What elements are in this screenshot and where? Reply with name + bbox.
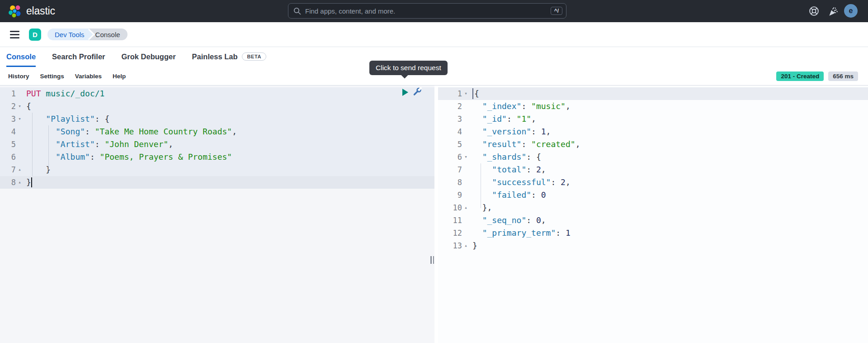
gutter: 3▾ bbox=[0, 113, 23, 125]
line-number: 2 bbox=[0, 100, 17, 113]
toolbar-link-settings[interactable]: Settings bbox=[40, 73, 64, 80]
status-badge: 201 - Created bbox=[776, 71, 824, 81]
fold-up-icon[interactable]: ▴ bbox=[463, 239, 469, 252]
request-code-line: "Album": "Poems, Prayers & Promises" bbox=[23, 151, 232, 163]
request-line-4[interactable]: 4 "Song": "Take Me Home Country Roads", bbox=[0, 125, 434, 138]
request-line-1[interactable]: 1PUT music/_doc/1 bbox=[0, 87, 434, 100]
line-number: 5 bbox=[438, 138, 463, 151]
toolbar-link-help[interactable]: Help bbox=[113, 73, 126, 80]
request-line-2[interactable]: 2▾{ bbox=[0, 100, 434, 113]
response-line-8[interactable]: 8 "successful": 2, bbox=[438, 176, 868, 189]
tab-label: Painless Lab bbox=[192, 52, 238, 61]
tooltip: Click to send request bbox=[369, 61, 448, 75]
wrench-icon bbox=[412, 87, 422, 97]
fold-up-icon[interactable]: ▴ bbox=[463, 201, 469, 214]
tab-label: Console bbox=[6, 52, 36, 61]
breadcrumb: Dev ToolsConsole bbox=[47, 29, 127, 40]
line-number: 1 bbox=[0, 87, 17, 100]
request-line-6[interactable]: 6 "Album": "Poems, Prayers & Promises" bbox=[0, 151, 434, 163]
response-line-7[interactable]: 7 "total": 2, bbox=[438, 163, 868, 176]
response-code-line: "_primary_term": 1 bbox=[469, 227, 571, 239]
response-line-10[interactable]: 10▴ }, bbox=[438, 201, 868, 214]
party-popper-icon bbox=[827, 5, 839, 17]
fold-spacer bbox=[463, 138, 469, 151]
menu-button[interactable] bbox=[10, 31, 19, 38]
response-line-3[interactable]: 3 "_id": "1", bbox=[438, 113, 868, 125]
request-code-line: "Playlist": { bbox=[23, 113, 109, 125]
fold-up-icon[interactable]: ▴ bbox=[17, 163, 23, 176]
response-badges: 201 - Created 656 ms bbox=[776, 71, 858, 81]
line-number: 6 bbox=[438, 151, 463, 163]
toolbar-links: HistorySettingsVariablesHelp bbox=[8, 73, 126, 80]
fold-down-icon[interactable]: ▾ bbox=[463, 151, 469, 163]
fold-down-icon[interactable]: ▾ bbox=[463, 87, 469, 100]
fold-spacer bbox=[17, 87, 23, 100]
fold-down-icon[interactable]: ▾ bbox=[17, 100, 23, 113]
line-number: 11 bbox=[438, 214, 463, 227]
fold-spacer bbox=[463, 189, 469, 201]
elastic-logo[interactable]: elastic bbox=[8, 5, 55, 18]
tab-label: Search Profiler bbox=[52, 52, 105, 61]
user-avatar[interactable]: e bbox=[844, 4, 858, 18]
gutter: 3 bbox=[438, 113, 469, 125]
breadcrumb-dev-tools[interactable]: Dev Tools bbox=[47, 29, 89, 40]
gutter: 1▾ bbox=[438, 87, 469, 100]
fold-spacer bbox=[463, 113, 469, 125]
response-editor[interactable]: 1▾{2 "_index": "music",3 "_id": "1",4 "_… bbox=[438, 86, 868, 343]
logo-text: elastic bbox=[26, 5, 55, 17]
line-number: 7 bbox=[438, 163, 463, 176]
response-code-line: "_index": "music", bbox=[469, 100, 571, 113]
fold-spacer bbox=[463, 125, 469, 138]
app-icon-letter: D bbox=[33, 31, 38, 38]
gutter: 1 bbox=[0, 87, 23, 100]
response-line-6[interactable]: 6▾ "_shards": { bbox=[438, 151, 868, 163]
fold-spacer bbox=[463, 100, 469, 113]
search-shortcut-hint: ^/ bbox=[551, 7, 562, 15]
response-line-4[interactable]: 4 "_version": 1, bbox=[438, 125, 868, 138]
fold-down-icon[interactable]: ▾ bbox=[17, 113, 23, 125]
request-options-wrench-button[interactable] bbox=[412, 87, 422, 99]
gutter: 8▴ bbox=[0, 176, 23, 189]
fold-spacer bbox=[463, 163, 469, 176]
resizer-handle-icon[interactable] bbox=[430, 256, 434, 264]
send-request-button[interactable] bbox=[402, 89, 408, 96]
request-line-5[interactable]: 5 "Artist": "John Denver", bbox=[0, 138, 434, 151]
text-cursor bbox=[472, 88, 473, 99]
fold-spacer bbox=[17, 138, 23, 151]
line-number: 2 bbox=[438, 100, 463, 113]
tab-grok-debugger[interactable]: Grok Debugger bbox=[121, 48, 175, 67]
response-line-12[interactable]: 12 "_primary_term": 1 bbox=[438, 227, 868, 239]
response-line-11[interactable]: 11 "_seq_no": 0, bbox=[438, 214, 868, 227]
request-line-8[interactable]: 8▴} bbox=[0, 176, 434, 189]
news-feed-button[interactable] bbox=[826, 0, 841, 22]
request-editor[interactable]: 1PUT music/_doc/12▾{3▾ "Playlist": {4 "S… bbox=[0, 86, 434, 343]
response-line-9[interactable]: 9 "failed": 0 bbox=[438, 189, 868, 201]
fold-spacer bbox=[463, 176, 469, 189]
gutter: 7▴ bbox=[0, 163, 23, 176]
gutter: 7 bbox=[438, 163, 469, 176]
tab-painless-lab[interactable]: Painless LabBETA bbox=[192, 48, 266, 67]
response-line-13[interactable]: 13▴} bbox=[438, 239, 868, 252]
toolbar-link-variables[interactable]: Variables bbox=[75, 73, 102, 80]
toolbar-link-history[interactable]: History bbox=[8, 73, 29, 80]
response-line-5[interactable]: 5 "result": "created", bbox=[438, 138, 868, 151]
response-code-line: "_shards": { bbox=[469, 151, 541, 163]
line-number: 1 bbox=[438, 87, 463, 100]
text-cursor bbox=[31, 177, 32, 187]
response-line-1[interactable]: 1▾{ bbox=[438, 87, 868, 100]
tooltip-text: Click to send request bbox=[376, 64, 441, 71]
indent-guide bbox=[32, 113, 33, 176]
dev-tools-app-icon[interactable]: D bbox=[29, 29, 41, 41]
line-number: 6 bbox=[0, 151, 17, 163]
tab-console[interactable]: Console bbox=[6, 48, 36, 67]
global-search-input[interactable]: Find apps, content, and more. ^/ bbox=[288, 3, 566, 19]
request-line-3[interactable]: 3▾ "Playlist": { bbox=[0, 113, 434, 125]
fold-spacer bbox=[17, 151, 23, 163]
fold-up-icon[interactable]: ▴ bbox=[17, 176, 23, 189]
gutter: 2▾ bbox=[0, 100, 23, 113]
tab-search-profiler[interactable]: Search Profiler bbox=[52, 48, 105, 67]
help-button[interactable] bbox=[806, 0, 821, 22]
line-number: 10 bbox=[438, 201, 463, 214]
response-line-2[interactable]: 2 "_index": "music", bbox=[438, 100, 868, 113]
request-line-7[interactable]: 7▴ } bbox=[0, 163, 434, 176]
